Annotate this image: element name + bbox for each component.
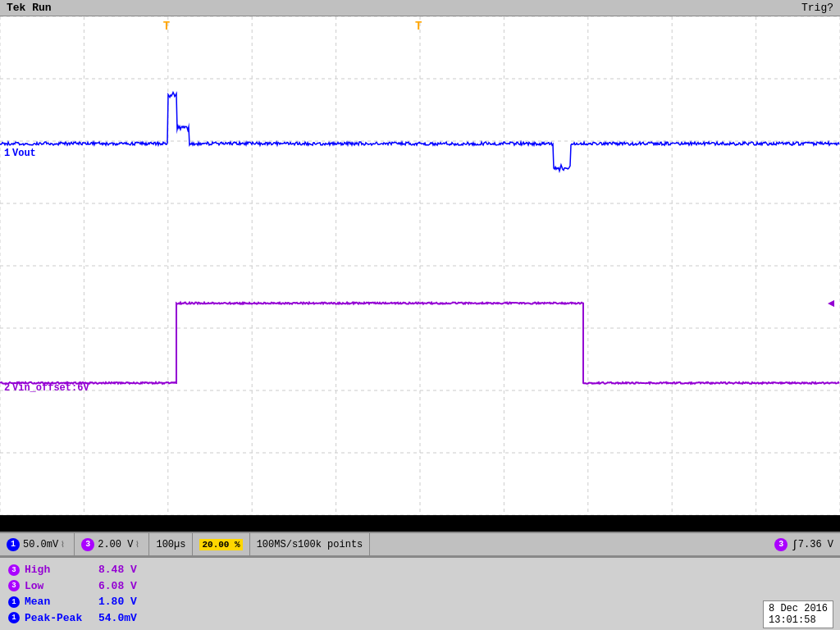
low-ch-indicator: 3 <box>8 580 20 591</box>
ch1-scale-section: 1 50.0mV ⌇ <box>0 533 75 555</box>
brand-label: Tek <box>7 2 25 14</box>
duty-cycle-section: 20.00 % <box>193 533 249 555</box>
high-ch-indicator: 3 <box>8 564 20 576</box>
oscilloscope-screen <box>0 16 840 515</box>
measurement-high: 3 High 8.48 V <box>8 564 832 576</box>
pp-value: 54.0mV <box>98 612 137 624</box>
bottom-status-bar: 1 50.0mV ⌇ 3 2.00 V ⌇ 100µs 20.00 % 100M… <box>0 532 840 556</box>
pp-ch-indicator: 1 <box>8 612 20 623</box>
measurement-peak-peak: 1 Peak-Peak 54.0mV <box>8 612 832 624</box>
ch3-indicator: 3 <box>81 538 94 551</box>
sample-rate-value: 100MS/s <box>257 539 298 550</box>
trig-label: Trig? <box>801 2 833 14</box>
trigger-icon: ∫ <box>791 538 797 551</box>
low-label: Low <box>25 580 98 592</box>
ch1-waveform-icon: ⌇ <box>61 540 65 550</box>
sample-rate-section: 100MS/s 100k points <box>250 533 371 555</box>
trigger-section: 3 ∫ 7.36 V <box>370 533 840 555</box>
measurement-low: 3 Low 6.08 V <box>8 580 832 592</box>
measurements-panel: 3 High 8.48 V 3 Low 6.08 V 1 Mean 1.80 V… <box>0 556 840 630</box>
run-label: Run <box>32 2 51 14</box>
ch1-indicator: 1 <box>7 538 20 551</box>
low-value: 6.08 V <box>98 580 137 592</box>
ch1-scale-value: 50.0mV <box>23 539 58 550</box>
trigger-value: 7.36 V <box>798 539 833 550</box>
pp-label: Peak-Peak <box>25 612 98 624</box>
time-div-value: 100µs <box>156 539 185 550</box>
ch3-scale-section: 3 2.00 V ⌇ <box>75 533 149 555</box>
timestamp-date: 8 Dec 2016 <box>769 603 828 614</box>
brand-run-label: Tek Run <box>7 2 52 14</box>
timestamp-time: 13:01:58 <box>769 614 828 626</box>
ch3-waveform-icon: ⌇ <box>135 540 139 550</box>
mean-label: Mean <box>25 596 98 608</box>
high-label: High <box>25 564 98 576</box>
mean-value: 1.80 V <box>98 596 137 608</box>
timestamp: 8 Dec 2016 13:01:58 <box>763 600 833 628</box>
mean-ch-indicator: 1 <box>8 596 20 608</box>
top-bar: Tek Run Trig? <box>0 0 840 16</box>
record-length-value: 100k points <box>298 539 363 550</box>
duty-cycle-value: 20.00 % <box>199 539 242 550</box>
ch3-scale-value: 2.00 V <box>98 539 133 550</box>
trigger-ch-indicator: 3 <box>774 538 788 551</box>
timebase-section: 100µs <box>149 533 193 555</box>
measurement-mean: 1 Mean 1.80 V <box>8 596 832 608</box>
high-value: 8.48 V <box>98 564 137 576</box>
waveform-canvas <box>0 16 840 515</box>
